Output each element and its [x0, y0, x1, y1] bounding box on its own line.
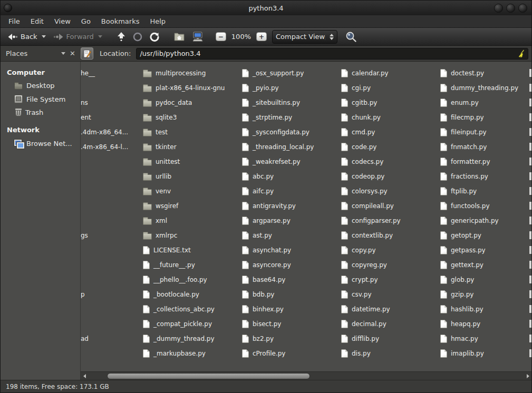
- file-item[interactable]: configparser.py: [341, 213, 440, 228]
- clipped-file-name[interactable]: [81, 258, 143, 272]
- clipped-file-name[interactable]: [81, 154, 143, 169]
- file-item[interactable]: asynchat.py: [242, 243, 341, 258]
- places-caret-icon[interactable]: [61, 52, 65, 55]
- clear-entry-broom-icon[interactable]: [517, 50, 525, 58]
- clipped-file-name[interactable]: ns: [81, 95, 143, 110]
- file-item[interactable]: asyncore.py: [242, 258, 341, 272]
- menu-item[interactable]: Go: [76, 16, 95, 27]
- sidebar-item[interactable]: Browse Net...: [1, 136, 80, 150]
- clipped-file-name[interactable]: [81, 213, 143, 228]
- forward-button[interactable]: Forward: [51, 31, 105, 43]
- file-item[interactable]: tkinter: [143, 140, 242, 154]
- close-icon[interactable]: [518, 4, 527, 13]
- file-item[interactable]: chunk.py: [341, 110, 440, 125]
- file-item[interactable]: _markupbase.py: [143, 346, 242, 361]
- file-item[interactable]: bdb.py: [242, 287, 341, 302]
- clipped-file-name[interactable]: .4dm-x86_64...: [81, 125, 143, 140]
- file-item[interactable]: imaplib.py: [440, 346, 531, 361]
- file-item[interactable]: formatter.py: [440, 154, 531, 169]
- file-item[interactable]: code.py: [341, 140, 440, 154]
- minimize-icon[interactable]: [494, 4, 503, 13]
- file-item[interactable]: getpass.py: [440, 243, 531, 258]
- file-item[interactable]: unittest: [143, 154, 242, 169]
- file-item[interactable]: aifc.py: [242, 184, 341, 199]
- file-item[interactable]: _osx_support.py: [242, 66, 341, 81]
- file-item[interactable]: ast.py: [242, 228, 341, 243]
- file-item[interactable]: _sysconfigdata.py: [242, 125, 341, 140]
- file-item[interactable]: _compat_pickle.py: [143, 317, 242, 331]
- file-item[interactable]: _dummy_thread.py: [143, 331, 242, 346]
- file-item[interactable]: gzip.py: [440, 287, 531, 302]
- file-item[interactable]: compileall.py: [341, 199, 440, 213]
- file-item[interactable]: codecs.py: [341, 154, 440, 169]
- menu-item[interactable]: File: [4, 16, 25, 27]
- file-item[interactable]: multiprocessing: [143, 66, 242, 81]
- file-item[interactable]: LICENSE.txt: [143, 243, 242, 258]
- file-item[interactable]: enum.py: [440, 95, 531, 110]
- menu-item[interactable]: Bookmarks: [96, 16, 144, 27]
- reload-button[interactable]: [147, 30, 162, 44]
- file-item[interactable]: _strptime.py: [242, 110, 341, 125]
- desktop-button[interactable]: [189, 30, 206, 44]
- file-item[interactable]: decimal.py: [341, 317, 440, 331]
- clipped-file-name[interactable]: [81, 184, 143, 199]
- file-item[interactable]: fractions.py: [440, 169, 531, 184]
- file-item[interactable]: difflib.py: [341, 331, 440, 346]
- file-item[interactable]: _pyio.py: [242, 81, 341, 95]
- clipped-file-name[interactable]: [81, 272, 143, 287]
- file-item[interactable]: test: [143, 125, 242, 140]
- scroll-right-icon[interactable]: [524, 372, 531, 380]
- file-item[interactable]: bisect.py: [242, 317, 341, 331]
- sidebar-item[interactable]: Trash: [1, 106, 80, 119]
- file-item[interactable]: hashlib.py: [440, 302, 531, 317]
- file-item[interactable]: plat-x86_64-linux-gnu: [143, 81, 242, 95]
- scrollbar-thumb[interactable]: [107, 373, 310, 379]
- file-item[interactable]: _weakrefset.py: [242, 154, 341, 169]
- file-item[interactable]: ftplib.py: [440, 184, 531, 199]
- zoom-in-button[interactable]: +: [256, 32, 267, 41]
- up-button[interactable]: [114, 30, 128, 44]
- file-item[interactable]: __phello__.foo.py: [143, 272, 242, 287]
- clipped-file-name[interactable]: ent: [81, 110, 143, 125]
- clipped-file-name[interactable]: [81, 199, 143, 213]
- file-item[interactable]: pydoc_data: [143, 95, 242, 110]
- file-item[interactable]: _collections_abc.py: [143, 302, 242, 317]
- file-item[interactable]: _threading_local.py: [242, 140, 341, 154]
- file-item[interactable]: cgitb.py: [341, 95, 440, 110]
- stop-button[interactable]: [130, 30, 145, 44]
- file-item[interactable]: binhex.py: [242, 302, 341, 317]
- file-item[interactable]: urllib: [143, 169, 242, 184]
- file-item[interactable]: glob.py: [440, 272, 531, 287]
- file-item[interactable]: fnmatch.py: [440, 140, 531, 154]
- file-item[interactable]: hmac.py: [440, 331, 531, 346]
- places-label[interactable]: Places: [6, 50, 27, 57]
- file-item[interactable]: _sitebuiltins.py: [242, 95, 341, 110]
- close-pane-icon[interactable]: ✕: [70, 50, 75, 57]
- file-item[interactable]: genericpath.py: [440, 213, 531, 228]
- file-item[interactable]: dis.py: [341, 346, 440, 361]
- file-item[interactable]: abc.py: [242, 169, 341, 184]
- clipped-file-name[interactable]: he__: [81, 66, 143, 81]
- home-button[interactable]: [171, 31, 187, 43]
- file-item[interactable]: bz2.py: [242, 331, 341, 346]
- clipped-file-name[interactable]: gs: [81, 228, 143, 243]
- view-mode-select[interactable]: Compact View: [272, 30, 337, 44]
- file-item[interactable]: __future__.py: [143, 258, 242, 272]
- clipped-file-name[interactable]: ad: [81, 331, 143, 346]
- file-item[interactable]: cmd.py: [341, 125, 440, 140]
- file-item[interactable]: crypt.py: [341, 272, 440, 287]
- sidebar-item[interactable]: File System: [1, 92, 80, 106]
- file-item[interactable]: xml: [143, 213, 242, 228]
- file-item[interactable]: filecmp.py: [440, 110, 531, 125]
- horizontal-scrollbar[interactable]: [81, 371, 531, 380]
- scroll-left-icon[interactable]: [81, 372, 88, 380]
- file-item[interactable]: _bootlocale.py: [143, 287, 242, 302]
- clipped-file-name[interactable]: [81, 317, 143, 331]
- clipped-file-name[interactable]: [81, 169, 143, 184]
- file-item[interactable]: fileinput.py: [440, 125, 531, 140]
- file-item[interactable]: sqlite3: [143, 110, 242, 125]
- clipped-file-name[interactable]: .4m-x86_64-l...: [81, 140, 143, 154]
- clipped-file-name[interactable]: [81, 302, 143, 317]
- clipped-file-name[interactable]: [81, 346, 143, 361]
- file-item[interactable]: calendar.py: [341, 66, 440, 81]
